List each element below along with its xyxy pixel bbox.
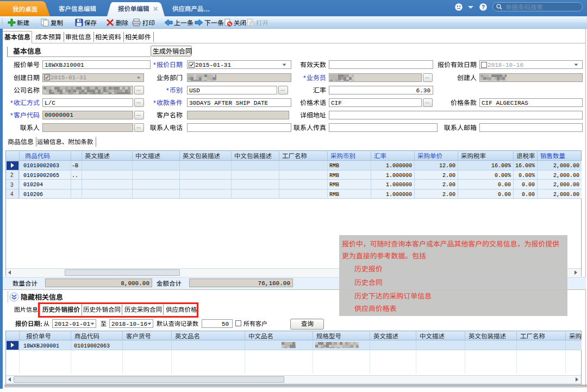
svg-text:?: ? xyxy=(482,4,485,10)
